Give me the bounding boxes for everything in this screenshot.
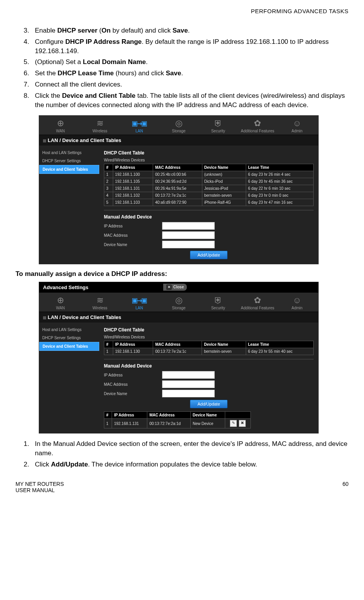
table-row: 1192.168.1.10000:25:4b:c6:00:b6(unknown)… xyxy=(104,171,314,178)
globe-icon: ⊕ xyxy=(41,119,80,128)
form-row-dev: Device Name xyxy=(104,241,314,248)
add-update-button[interactable]: Add/Update xyxy=(190,400,227,408)
person-icon: ☺ xyxy=(277,119,317,128)
nav-additional[interactable]: ✿Additional Features xyxy=(238,119,278,133)
step-6: Set the DHCP Lease Time (hours) and clic… xyxy=(31,69,348,78)
step-b1: In the Manual Added Device section of th… xyxy=(31,439,348,458)
form-row-mac-2: MAC Address xyxy=(104,380,314,388)
nav-security[interactable]: ⛨Security xyxy=(198,119,238,133)
shield-icon: ⛨ xyxy=(198,119,238,128)
nav-security[interactable]: ⛨Security xyxy=(198,296,238,310)
gear-plus-icon: ✿ xyxy=(238,296,278,305)
side-host[interactable]: Host and LAN Settings xyxy=(39,326,99,334)
device-name-input[interactable] xyxy=(162,241,215,248)
table-header-row: # IP Address MAC Address Device Name Lea… xyxy=(104,164,314,171)
side-menu: Host and LAN Settings DHCP Server Settin… xyxy=(39,146,99,264)
section-title-manual-2: Manual Added Device xyxy=(104,363,314,369)
side-tables[interactable]: Device and Client Tables xyxy=(39,165,99,174)
side-menu-2: Host and LAN Settings DHCP Server Settin… xyxy=(39,323,99,433)
step-4: Configure DHCP IP Address Range. By defa… xyxy=(31,37,348,56)
router-screenshot-2: Advanced Settings ✕Close ⊕WAN ≋Wireless … xyxy=(39,282,319,434)
client-table-2: # IP Address MAC Address Device Name Lea… xyxy=(104,341,314,355)
close-icon: ✕ xyxy=(166,284,172,290)
person-icon: ☺ xyxy=(277,296,317,305)
side-dhcp[interactable]: DHCP Server Settings xyxy=(39,157,99,165)
nav-wan[interactable]: ⊕WAN xyxy=(41,119,80,133)
step-b2: Click Add/Update. The device information… xyxy=(31,460,348,469)
breadcrumb-2: LAN / Device and Client Tables xyxy=(39,312,318,323)
footer-title: MY NET ROUTERS xyxy=(16,481,64,487)
table-header-row: # IP Address MAC Address Device Name xyxy=(104,412,251,419)
table-header-row: # IP Address MAC Address Device Name Lea… xyxy=(104,341,314,348)
delete-icon[interactable]: ✖ xyxy=(239,420,246,427)
main-panel-2: DHCP Client Table Wired/Wireless Devices… xyxy=(99,323,318,433)
form-row-ip-2: IP Address xyxy=(104,371,314,379)
side-tables[interactable]: Device and Client Tables xyxy=(39,342,99,351)
lan-icon: ▣→▣ xyxy=(119,296,159,305)
step-8: Click the Device and Client Table tab. T… xyxy=(31,91,348,110)
breadcrumb-icon xyxy=(43,316,46,319)
nav-wan[interactable]: ⊕WAN xyxy=(41,296,80,310)
nav-wireless[interactable]: ≋Wireless xyxy=(80,119,120,133)
nav-lan[interactable]: ▣→▣LAN xyxy=(119,296,159,310)
close-button[interactable]: ✕Close xyxy=(163,284,187,291)
nav-wireless[interactable]: ≋Wireless xyxy=(80,296,120,310)
storage-icon: ◎ xyxy=(159,296,198,305)
form-row-dev-2: Device Name xyxy=(104,390,314,397)
form-row-ip: IP Address xyxy=(104,222,314,230)
mac-input[interactable] xyxy=(162,231,215,239)
lan-icon: ▣→▣ xyxy=(119,119,159,128)
top-nav: ⊕WAN ≋Wireless ▣→▣LAN ◎Storage ⛨Security… xyxy=(39,116,318,135)
table-row: 3192.168.1.10100:26:4a:91:9a:5eJessicas-… xyxy=(104,185,314,192)
section-title-dhcp-2: DHCP Client Table xyxy=(104,327,314,333)
gear-plus-icon: ✿ xyxy=(238,119,278,128)
main-panel: DHCP Client Table Wired/Wireless Devices… xyxy=(99,146,318,264)
nav-storage[interactable]: ◎Storage xyxy=(159,296,198,310)
table-row: 1192.168.1.13000:13:72:7e:2a:1cbernstein… xyxy=(104,348,314,355)
wifi-icon: ≋ xyxy=(80,296,120,305)
subsection-wired-2: Wired/Wireless Devices xyxy=(104,335,314,339)
side-dhcp[interactable]: DHCP Server Settings xyxy=(39,334,99,342)
nav-additional[interactable]: ✿Additional Features xyxy=(238,296,278,310)
footer-subtitle: USER MANUAL xyxy=(16,487,64,493)
breadcrumb-icon xyxy=(43,139,46,142)
steps-list-a: Enable DHCP server (On by default) and c… xyxy=(21,26,348,109)
add-update-button[interactable]: Add/Update xyxy=(190,251,227,259)
router-screenshot-1: ⊕WAN ≋Wireless ▣→▣LAN ◎Storage ⛨Security… xyxy=(39,115,319,264)
ip-input[interactable] xyxy=(162,222,215,230)
table-row: 4192.168.1.10200:13:72:7e:2a:1cbernstein… xyxy=(104,192,314,199)
advanced-bar: Advanced Settings ✕Close xyxy=(39,282,318,293)
wifi-icon: ≋ xyxy=(80,119,120,128)
step-3: Enable DHCP server (On by default) and c… xyxy=(31,26,348,35)
steps-list-b: In the Manual Added Device section of th… xyxy=(21,439,348,469)
mac-input[interactable] xyxy=(162,380,215,388)
form-row-mac: MAC Address xyxy=(104,231,314,239)
breadcrumb: LAN / Device and Client Tables xyxy=(39,135,318,146)
device-name-input[interactable] xyxy=(162,390,215,397)
table-row: 2192.168.1.10500:24:36:95:ed:2dDicks-iPo… xyxy=(104,178,314,185)
ip-input[interactable] xyxy=(162,371,215,379)
page-header: PERFORMING ADVANCED TASKS xyxy=(16,8,348,14)
table-row: 1 192.168.1.131 00:13:72:7e:2a:1d New De… xyxy=(104,419,251,428)
nav-admin[interactable]: ☺Admin xyxy=(277,296,317,310)
client-table-1: # IP Address MAC Address Device Name Lea… xyxy=(104,164,314,206)
storage-icon: ◎ xyxy=(159,119,198,128)
shield-icon: ⛨ xyxy=(198,296,238,305)
table-row: 5192.168.1.10340:a6:d9:68:72:90iPhone-Ra… xyxy=(104,199,314,206)
nav-lan[interactable]: ▣→▣LAN xyxy=(119,119,159,133)
subheading-manual-assign: To manually assign a device a DHCP IP ad… xyxy=(16,270,348,278)
page-footer: MY NET ROUTERS USER MANUAL 60 xyxy=(16,481,348,493)
subsection-wired: Wired/Wireless Devices xyxy=(104,158,314,162)
manual-device-table: # IP Address MAC Address Device Name 1 1… xyxy=(104,411,251,428)
side-host[interactable]: Host and LAN Settings xyxy=(39,149,99,157)
globe-icon: ⊕ xyxy=(41,296,80,305)
nav-storage[interactable]: ◎Storage xyxy=(159,119,198,133)
nav-admin[interactable]: ☺Admin xyxy=(277,119,317,133)
section-title-dhcp: DHCP Client Table xyxy=(104,150,314,156)
edit-icon[interactable]: ✎ xyxy=(230,420,237,427)
page-number: 60 xyxy=(342,481,348,493)
step-5: (Optional) Set a Local Domain Name. xyxy=(31,57,348,67)
step-7: Connect all the client devices. xyxy=(31,80,348,89)
top-nav-2: ⊕WAN ≋Wireless ▣→▣LAN ◎Storage ⛨Security… xyxy=(39,293,318,312)
section-title-manual: Manual Added Device xyxy=(104,214,314,220)
